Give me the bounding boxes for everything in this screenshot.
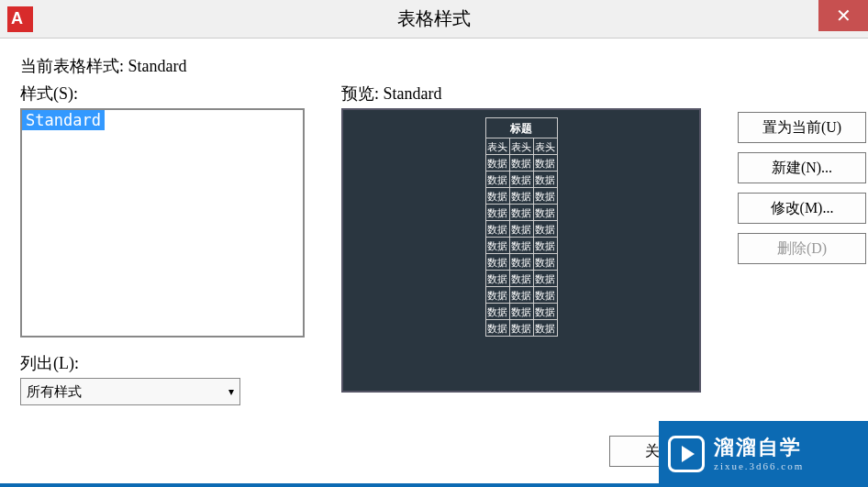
preview-cell: 数据 [509, 155, 533, 172]
list-item[interactable]: Standard [22, 110, 105, 130]
chevron-down-icon: ▾ [228, 385, 234, 399]
preview-cell: 数据 [533, 172, 557, 188]
list-out-dropdown[interactable]: 所有样式 ▾ [20, 378, 240, 405]
preview-cell: 数据 [533, 155, 557, 172]
window-title: 表格样式 [397, 6, 471, 31]
preview-cell: 数据 [485, 221, 509, 238]
preview-header-cell: 表头 [485, 138, 509, 155]
preview-cell: 数据 [485, 172, 509, 188]
play-icon [668, 436, 705, 472]
new-button[interactable]: 新建(N)... [738, 152, 866, 183]
watermark-overlay: 溜溜自学 zixue.3d66.com [659, 421, 868, 487]
preview-cell: 数据 [533, 221, 557, 238]
list-out-label: 列出(L): [20, 352, 305, 374]
preview-cell: 数据 [533, 320, 557, 337]
preview-cell: 数据 [485, 188, 509, 205]
preview-cell: 数据 [533, 238, 557, 254]
dialog-body: 当前表格样式: Standard 样式(S): Standard 列出(L): … [0, 39, 868, 487]
preview-header-cell: 表头 [533, 138, 557, 155]
preview-cell: 数据 [485, 304, 509, 320]
app-icon [7, 6, 33, 32]
preview-cell: 数据 [509, 271, 533, 287]
preview-cell: 数据 [533, 271, 557, 287]
preview-cell: 数据 [533, 205, 557, 221]
preview-cell: 数据 [509, 205, 533, 221]
preview-cell: 数据 [509, 320, 533, 337]
preview-cell: 数据 [509, 188, 533, 205]
preview-cell: 数据 [533, 304, 557, 320]
dropdown-value: 所有样式 [27, 383, 82, 401]
set-current-button[interactable]: 置为当前(U) [738, 112, 866, 143]
current-style-label: 当前表格样式: Standard [20, 55, 848, 77]
preview-cell: 数据 [533, 287, 557, 304]
preview-cell: 数据 [509, 254, 533, 271]
bottom-border [0, 483, 868, 487]
preview-cell: 数据 [533, 254, 557, 271]
preview-cell: 数据 [485, 238, 509, 254]
preview-cell: 数据 [485, 254, 509, 271]
preview-table: 标题 表头 表头 表头 数据数据数据 数据数据数据 数据数据数据 数据数据数据 … [485, 117, 558, 337]
preview-cell: 数据 [485, 320, 509, 337]
styles-label: 样式(S): [20, 83, 305, 105]
modify-button[interactable]: 修改(M)... [738, 193, 866, 224]
preview-cell: 数据 [509, 221, 533, 238]
preview-header-cell: 表头 [509, 138, 533, 155]
preview-cell: 数据 [485, 287, 509, 304]
preview-cell: 数据 [509, 304, 533, 320]
preview-title-cell: 标题 [485, 118, 557, 138]
preview-cell: 数据 [485, 205, 509, 221]
preview-label: 预览: Standard [341, 83, 701, 105]
preview-panel: 标题 表头 表头 表头 数据数据数据 数据数据数据 数据数据数据 数据数据数据 … [341, 108, 701, 393]
preview-cell: 数据 [509, 238, 533, 254]
preview-cell: 数据 [509, 287, 533, 304]
styles-listbox[interactable]: Standard [20, 108, 305, 338]
watermark-brand: 溜溜自学 [714, 436, 804, 459]
title-bar: 表格样式 ✕ [0, 0, 868, 39]
preview-cell: 数据 [533, 188, 557, 205]
close-icon[interactable]: ✕ [818, 0, 868, 31]
preview-cell: 数据 [485, 155, 509, 172]
delete-button: 删除(D) [738, 233, 866, 264]
preview-cell: 数据 [485, 271, 509, 287]
watermark-url: zixue.3d66.com [714, 460, 804, 472]
preview-cell: 数据 [509, 172, 533, 188]
